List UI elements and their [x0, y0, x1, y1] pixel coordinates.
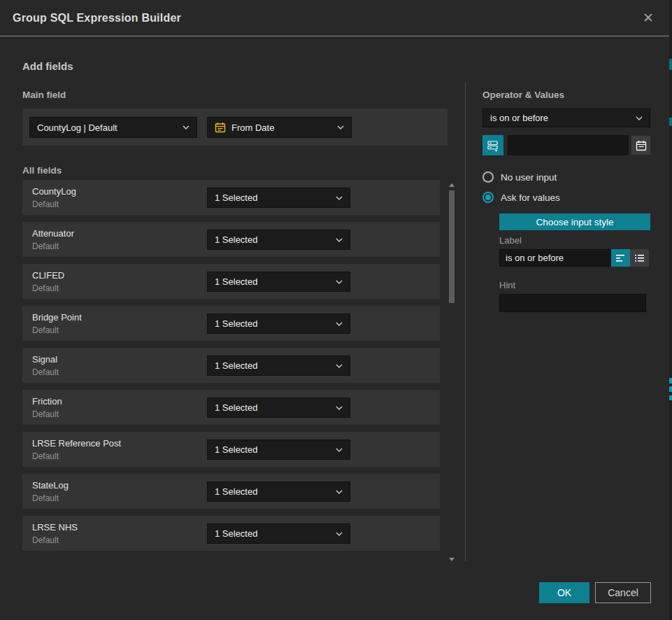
field-name: LRSE Reference Post	[32, 438, 121, 449]
chevron-down-icon	[336, 406, 343, 410]
add-fields-heading: Add fields	[22, 60, 73, 72]
main-field-panel: CountyLog | Default From Date	[22, 108, 448, 146]
value-input[interactable]	[508, 135, 629, 155]
field-subtitle: Default	[32, 493, 59, 503]
operator-values-heading: Operator & Values	[482, 90, 564, 100]
all-fields-heading: All fields	[22, 165, 62, 176]
main-field-select-value: From Date	[231, 122, 331, 133]
align-left-icon	[615, 253, 627, 263]
scrollbar-thumb[interactable]	[449, 190, 455, 303]
background-accent-fragment	[669, 395, 672, 400]
field-subtitle: Default	[32, 241, 59, 251]
field-values-select-value: 1 Selected	[215, 276, 330, 287]
field-values-select-value: 1 Selected	[215, 234, 330, 245]
background-accent-fragment	[669, 386, 672, 392]
chevron-down-icon	[337, 125, 344, 129]
background-accent-fragment	[669, 118, 672, 126]
field-values-select[interactable]: 1 Selected	[207, 313, 350, 334]
operator-select[interactable]: is on or before	[482, 108, 650, 127]
field-values-select[interactable]: 1 Selected	[207, 481, 350, 502]
radio-no-user-input-label: No user input	[501, 172, 557, 183]
field-name: Signal	[32, 354, 57, 365]
field-values-select[interactable]: 1 Selected	[207, 523, 350, 544]
field-row: CLIFED Default 1 Selected	[22, 264, 440, 299]
background-accent-fragment	[669, 59, 672, 70]
field-name: Friction	[32, 396, 62, 407]
field-values-select-value: 1 Selected	[215, 318, 330, 329]
dialog-header: Group SQL Expression Builder ✕	[0, 0, 669, 36]
unique-values-icon	[487, 139, 499, 152]
background-accent-fragment	[669, 378, 672, 383]
hint-caption: Hint	[499, 280, 515, 290]
field-row: LRSE Reference Post Default 1 Selected	[22, 432, 440, 467]
choose-input-style-button[interactable]: Choose input style	[499, 213, 650, 230]
field-values-select[interactable]: 1 Selected	[207, 188, 350, 208]
label-caption: Label	[499, 235, 522, 246]
radio-ask-for-values[interactable]: Ask for values	[482, 192, 560, 203]
chevron-down-icon	[336, 196, 343, 200]
field-row: Friction Default 1 Selected	[22, 390, 440, 425]
field-values-select[interactable]: 1 Selected	[207, 230, 350, 250]
chevron-down-icon	[636, 116, 643, 120]
chevron-down-icon	[336, 532, 343, 536]
field-name: Attenuator	[32, 228, 74, 239]
field-subtitle: Default	[32, 283, 59, 293]
list-icon	[634, 253, 645, 263]
field-name: StateLog	[32, 480, 69, 491]
field-subtitle: Default	[32, 409, 59, 419]
operator-select-value: is on or before	[490, 113, 630, 123]
field-name: CountyLog	[32, 186, 76, 197]
field-row: Signal Default 1 Selected	[22, 348, 440, 383]
scroll-up-icon[interactable]	[449, 183, 455, 187]
field-values-select-value: 1 Selected	[215, 192, 330, 203]
chevron-down-icon	[336, 490, 343, 494]
calendar-icon	[636, 140, 647, 151]
list-scrollbar[interactable]	[448, 181, 455, 563]
field-values-select-value: 1 Selected	[215, 444, 330, 455]
layer-select-value: CountyLog | Default	[37, 122, 177, 133]
layer-select[interactable]: CountyLog | Default	[29, 117, 197, 138]
chevron-down-icon	[183, 125, 190, 129]
label-input[interactable]	[499, 249, 611, 267]
unique-values-button[interactable]	[482, 135, 503, 155]
hint-input[interactable]	[499, 294, 646, 312]
field-values-select[interactable]: 1 Selected	[207, 439, 350, 460]
chevron-down-icon	[336, 322, 343, 326]
radio-on-icon	[482, 192, 494, 203]
field-row: Bridge Point Default 1 Selected	[22, 306, 440, 341]
field-subtitle: Default	[32, 199, 59, 209]
field-values-select[interactable]: 1 Selected	[207, 272, 350, 292]
field-subtitle: Default	[32, 325, 59, 335]
radio-no-user-input[interactable]: No user input	[482, 171, 557, 183]
field-values-select-value: 1 Selected	[215, 528, 330, 539]
dialog-title: Group SQL Expression Builder	[13, 12, 181, 24]
scroll-down-icon[interactable]	[449, 558, 455, 561]
field-row: CountyLog Default 1 Selected	[22, 180, 440, 215]
chevron-down-icon	[336, 238, 343, 242]
field-values-select[interactable]: 1 Selected	[207, 397, 350, 418]
cancel-button[interactable]: Cancel	[595, 582, 651, 603]
field-name: LRSE NHS	[32, 522, 78, 533]
single-input-style-toggle[interactable]	[611, 249, 630, 267]
group-sql-expression-builder-dialog: Group SQL Expression Builder ✕ Add field…	[0, 0, 669, 620]
field-row: LRSE NHS Default 1 Selected	[22, 516, 440, 551]
radio-ask-for-values-label: Ask for values	[501, 192, 560, 203]
list-input-style-toggle[interactable]	[630, 249, 649, 267]
field-name: Bridge Point	[32, 312, 82, 323]
ok-button[interactable]: OK	[539, 582, 589, 603]
chevron-down-icon	[336, 280, 343, 284]
panel-divider	[465, 83, 466, 561]
field-name: CLIFED	[32, 270, 64, 281]
all-fields-list: CountyLog Default 1 Selected Attenuator …	[22, 180, 440, 558]
main-field-select[interactable]: From Date	[207, 117, 352, 138]
field-values-select[interactable]: 1 Selected	[207, 355, 350, 376]
background-app-edge	[669, 0, 672, 620]
field-row: StateLog Default 1 Selected	[22, 474, 440, 509]
radio-off-icon	[482, 171, 494, 183]
field-subtitle: Default	[32, 451, 59, 461]
chevron-down-icon	[336, 364, 343, 368]
close-icon[interactable]: ✕	[640, 10, 657, 26]
field-subtitle: Default	[32, 535, 59, 545]
date-picker-button[interactable]	[631, 136, 650, 155]
field-values-select-value: 1 Selected	[215, 360, 330, 371]
